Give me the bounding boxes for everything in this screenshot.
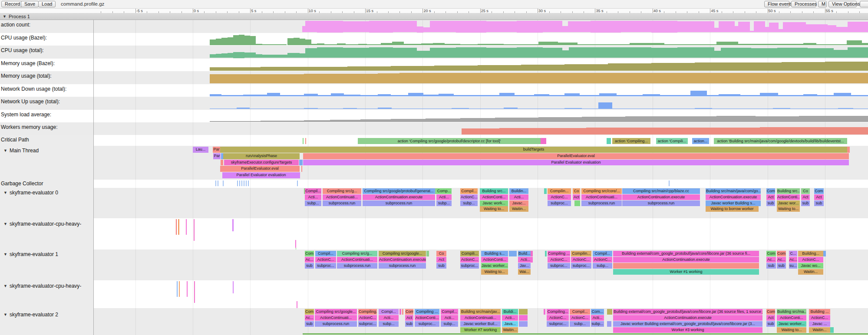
timeline-tick-event[interactable] [239, 181, 240, 186]
timeline-event[interactable]: Compiling src/google/protobuf/generat... [363, 188, 435, 194]
timeline-tick-event[interactable] [669, 181, 670, 186]
processes-button[interactable]: Processes [791, 1, 816, 7]
timeline-event[interactable]: Ac... [789, 257, 797, 263]
timeline-tick-event[interactable] [232, 219, 234, 231]
timeline-event[interactable]: Acti... [436, 194, 452, 200]
timeline-event[interactable]: subproc... [571, 263, 591, 269]
collapse-arrow-icon[interactable]: ▼ [3, 190, 7, 195]
timeline-event[interactable]: sub [814, 200, 824, 206]
timeline-event[interactable]: sub [801, 200, 810, 206]
timeline-event[interactable] [830, 327, 834, 333]
timeline-event[interactable]: Co [436, 251, 446, 256]
timeline-event[interactable]: ActionC... [358, 315, 377, 321]
timeline-event[interactable]: Compiling ... [548, 251, 570, 256]
timeline-event[interactable]: ActionContinuati... [315, 315, 357, 321]
timeline-tick-event[interactable] [233, 281, 234, 293]
timeline-event[interactable]: Waitin... [809, 327, 830, 333]
collapse-arrow-icon[interactable]: ▼ [3, 284, 7, 288]
timeline-event[interactable] [545, 251, 547, 256]
timeline-event[interactable]: Javac worker... [481, 263, 508, 269]
timeline-event[interactable] [847, 147, 850, 153]
timeline-event[interactable]: Worker #7 working [460, 327, 501, 333]
timeline-tick-event[interactable] [179, 281, 180, 297]
timeline-event[interactable]: Building src... [777, 188, 800, 194]
timeline-event[interactable]: Act [766, 315, 775, 321]
timeline-event[interactable]: Compil... [441, 309, 458, 315]
timeline-event[interactable]: Ac... [766, 257, 776, 263]
timeline-event[interactable]: subp... [379, 321, 399, 327]
timeline-event[interactable]: subprocess.run [622, 200, 700, 206]
timeline-event[interactable]: sub [305, 321, 314, 327]
timeline-event[interactable]: Waiting to... [777, 206, 800, 212]
timeline-event[interactable]: subp... [441, 321, 458, 327]
timeline-event[interactable]: Ac... [777, 257, 786, 263]
timeline-event[interactable] [519, 309, 528, 315]
timeline-event[interactable]: subprocess.run [379, 263, 426, 269]
timeline-tick-event[interactable] [186, 219, 187, 235]
timeline-event[interactable] [607, 321, 611, 327]
timeline-event[interactable]: Acti... [509, 194, 528, 200]
timeline-event[interactable] [607, 138, 611, 144]
timeline-event[interactable]: Com... [591, 309, 604, 315]
timeline-event[interactable]: action 'Building src/main/java/com/googl… [714, 138, 847, 144]
timeline-event[interactable]: ActionC... [570, 315, 590, 321]
collapse-arrow-icon[interactable]: ▼ [3, 222, 7, 226]
timeline-event[interactable]: Waiting to... [481, 269, 508, 275]
timeline-event[interactable]: Par [213, 153, 221, 159]
timeline-tick-event[interactable] [244, 181, 244, 186]
timeline-event[interactable]: ActionContinuati... [460, 315, 501, 321]
timeline-event[interactable]: subprocess.run [323, 200, 361, 206]
timeline-tick-event[interactable] [215, 181, 216, 186]
timeline-event[interactable]: ActionContinuation.execute [706, 194, 761, 200]
track-label-main-thread[interactable]: ▼Main Thread [3, 148, 39, 154]
timeline-tick-event[interactable] [246, 181, 247, 186]
timeline-event[interactable]: Building src/ma... [777, 309, 806, 315]
timeline-event[interactable]: subproc... [415, 321, 439, 327]
timeline-event[interactable]: Parallel Evaluator evaluation [303, 160, 849, 166]
timeline-event[interactable]: ActionContinuati... [337, 257, 377, 263]
timeline-event[interactable]: Acti... [502, 315, 518, 321]
timeline-event[interactable]: subp... [593, 263, 612, 269]
timeline-event[interactable]: Waiting to... [480, 206, 508, 212]
timeline-event[interactable]: Act [801, 194, 810, 200]
timeline-event[interactable]: ActionConti... [415, 315, 439, 321]
timeline-event[interactable]: Compi... [379, 309, 399, 315]
timeline-event[interactable]: action 'Compiling... [612, 138, 650, 144]
timeline-event[interactable]: Compil... [315, 251, 336, 256]
timeline-tick-event[interactable] [248, 181, 249, 186]
timeline-event[interactable]: Act [814, 194, 824, 200]
timeline-event[interactable]: Compiling src/g... [337, 251, 377, 256]
timeline-event[interactable]: subproc... [548, 200, 571, 206]
timeline-tick-event[interactable] [297, 181, 298, 186]
timeline-event[interactable]: ActionContinuation.execute [363, 194, 435, 200]
timeline-event[interactable] [426, 251, 429, 256]
timeline-tick-event[interactable] [187, 281, 188, 297]
timeline-event[interactable]: Compil... [305, 188, 321, 194]
timeline-event[interactable]: Comp... [436, 188, 452, 194]
timeline-event[interactable]: ActionC... [315, 257, 336, 263]
metadata-button[interactable]: M [818, 1, 827, 7]
timeline-event[interactable]: subprocess.run [315, 321, 357, 327]
timeline-event[interactable]: Compilin... [571, 251, 591, 256]
timeline-event[interactable] [607, 309, 612, 315]
timeline-event[interactable] [541, 138, 546, 144]
timeline-event[interactable]: Ac... [305, 257, 314, 263]
timeline-event[interactable]: Act [405, 315, 413, 321]
timeline-event[interactable]: skyframeExecutor.configureTargets [224, 160, 299, 166]
timeline-event[interactable]: ActionConti... [480, 194, 508, 200]
timeline-event[interactable]: Javac work... [480, 200, 508, 206]
timeline-event[interactable]: Buildi... [502, 309, 518, 315]
timeline-event[interactable]: Waiting to... [777, 327, 806, 333]
timeline-event[interactable] [544, 188, 547, 194]
timeline-event[interactable]: Waitin... [502, 327, 518, 333]
timeline-event[interactable]: Compiling src/g... [323, 188, 361, 194]
timeline-event[interactable]: Acti... [305, 194, 321, 200]
timeline-event[interactable]: Compiling src/google... [315, 309, 357, 315]
partial-button[interactable] [860, 1, 868, 7]
timeline-event[interactable]: ActionContinuati... [323, 194, 361, 200]
timeline-event[interactable]: Waiting to borrow worker [706, 206, 759, 212]
timeline-event[interactable]: ActionContinuation.execute [379, 257, 426, 263]
timeline-event[interactable] [509, 251, 517, 256]
timeline-event[interactable]: Compiling ... [415, 309, 439, 315]
timeline-event[interactable]: Co [573, 188, 580, 194]
